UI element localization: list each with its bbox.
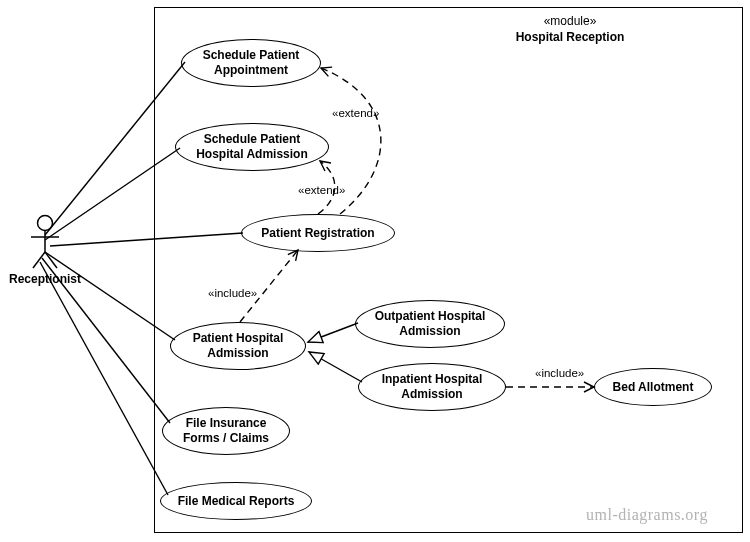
actor-receptionist: Receptionist xyxy=(5,214,85,286)
svg-line-3 xyxy=(33,252,45,268)
usecase-bed-allotment: Bed Allotment xyxy=(594,368,712,406)
assoc-actor-file-medical-reports xyxy=(40,262,168,495)
usecase-patient-registration: Patient Registration xyxy=(241,214,395,252)
label-extend-1: «extend» xyxy=(332,107,379,119)
label-include-2: «include» xyxy=(535,367,584,379)
usecase-file-medical-reports: File Medical Reports xyxy=(160,482,312,520)
svg-line-4 xyxy=(45,252,57,268)
usecase-file-insurance: File Insurance Forms / Claims xyxy=(162,407,290,455)
label-extend-2: «extend» xyxy=(298,184,345,196)
usecase-schedule-admission: Schedule Patient Hospital Admission xyxy=(175,123,329,171)
actor-label: Receptionist xyxy=(5,272,85,286)
usecase-schedule-appointment: Schedule Patient Appointment xyxy=(181,39,321,87)
module-name: Hospital Reception xyxy=(470,29,670,45)
actor-icon xyxy=(27,214,63,270)
module-label: «module» Hospital Reception xyxy=(470,13,670,45)
label-include-1: «include» xyxy=(208,287,257,299)
usecase-patient-hospital-admission: Patient Hospital Admission xyxy=(170,322,306,370)
diagram-canvas: «module» Hospital Reception Receptionist… xyxy=(0,0,750,542)
module-stereotype: «module» xyxy=(470,13,670,29)
usecase-outpatient-admission: Outpatient Hospital Admission xyxy=(355,300,505,348)
watermark: uml-diagrams.org xyxy=(586,506,708,524)
svg-point-0 xyxy=(38,216,53,231)
usecase-inpatient-admission: Inpatient Hospital Admission xyxy=(358,363,506,411)
